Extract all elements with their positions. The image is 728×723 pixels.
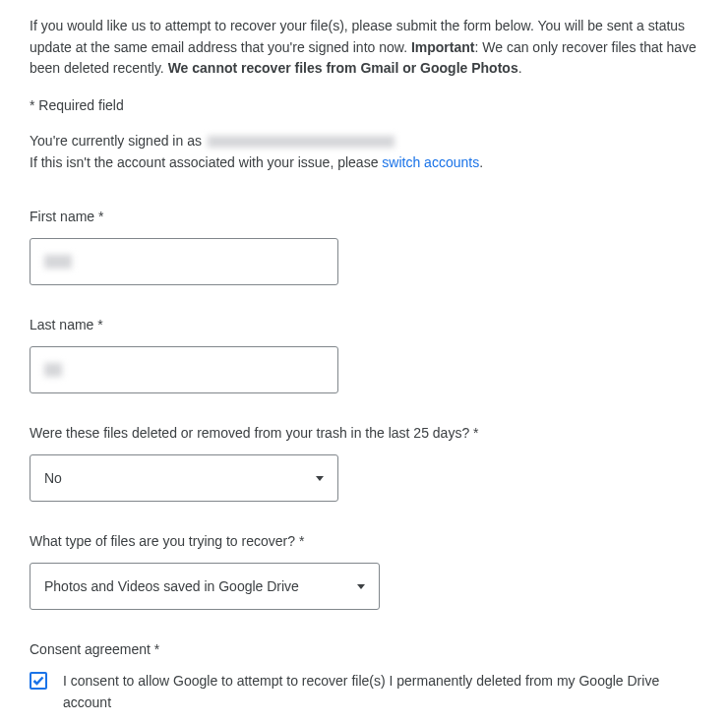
important-label: Important: [411, 39, 475, 55]
consent-text: I consent to allow Google to attempt to …: [63, 671, 698, 713]
check-icon: [32, 675, 44, 687]
last-name-input[interactable]: [30, 346, 338, 393]
first-name-input[interactable]: [30, 238, 338, 285]
switch-prefix: If this isn't the account associated wit…: [30, 154, 382, 170]
deleted-recently-field-group: Were these files deleted or removed from…: [30, 425, 698, 502]
deleted-recently-value: No: [44, 470, 62, 486]
required-note: * Required field: [30, 97, 698, 113]
deleted-recently-select[interactable]: No: [30, 454, 338, 502]
first-name-field-group: First name *: [30, 209, 698, 285]
intro-paragraph: If you would like us to attempt to recov…: [30, 16, 698, 80]
consent-label: Consent agreement *: [30, 641, 698, 657]
chevron-down-icon: [357, 584, 365, 589]
blurred-first-name-value: [44, 255, 72, 269]
file-type-select[interactable]: Photos and Videos saved in Google Drive: [30, 563, 380, 610]
period: .: [518, 60, 522, 76]
signed-in-prefix: You're currently signed in as: [30, 133, 202, 149]
consent-checkbox[interactable]: [30, 672, 47, 690]
switch-accounts-link[interactable]: switch accounts: [382, 154, 479, 170]
blurred-email: [208, 136, 394, 148]
file-type-label: What type of files are you trying to rec…: [30, 533, 698, 549]
switch-period: .: [479, 154, 483, 170]
deleted-recently-label: Were these files deleted or removed from…: [30, 425, 698, 441]
file-type-value: Photos and Videos saved in Google Drive: [44, 578, 299, 594]
first-name-label: First name *: [30, 209, 698, 224]
last-name-field-group: Last name *: [30, 317, 698, 393]
blurred-last-name-value: [44, 363, 62, 377]
chevron-down-icon: [316, 476, 324, 481]
consent-field-group: Consent agreement * I consent to allow G…: [30, 641, 698, 713]
file-type-field-group: What type of files are you trying to rec…: [30, 533, 698, 610]
last-name-label: Last name *: [30, 317, 698, 332]
account-info: You're currently signed in as If this is…: [30, 131, 698, 173]
intro-bold-tail: We cannot recover files from Gmail or Go…: [168, 60, 518, 76]
